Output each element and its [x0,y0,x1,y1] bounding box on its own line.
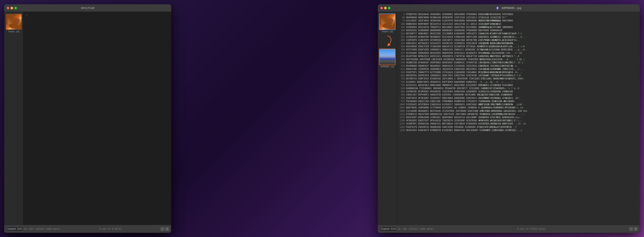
right-zoom-plus[interactable]: + [634,227,638,231]
hex-row-30[interactable]: 1080C1C16880 084GDEE1 0E47A436 2C35870D0… [398,109,638,113]
hex-row-8[interactable]: 28811DF60F0 11D635F0 5E39891D 42E24E7C 1… [398,39,638,42]
left-hex-line-number: 0 [25,14,170,18]
hex-bytes-26: 5GEF3D33 4F3A366F 26383E37 00D24DA0 D86E… [406,97,478,100]
hex-row-3[interactable]: 10800B0C0U4 0E0F0E0F 0E141F13 16131316 1… [398,23,638,26]
hex-ascii-1: .............. I 1&"" [479,16,638,19]
hex-row-1[interactable]: 36004090A0 000C0800 0C00A148 0F0E0F0E 14… [398,16,638,19]
left-close-button[interactable] [7,7,9,9]
hex-row-19[interactable]: 68400C09781 D4F8C924 18ED6E52 2D9C7822 5… [398,74,638,77]
left-zoom-plus[interactable]: + [165,227,169,231]
hex-row-25[interactable]: 90024D2C367 84F490F1 4AE83F38 D1E9391 C4… [398,93,638,96]
hex-ascii-5 [479,29,638,32]
hex-row-23[interactable]: 828848DB01DA F135880E4 1B89AD54 EE6AAF28… [398,87,638,90]
right-select-hint: (select some data) [408,227,434,230]
right-close-button[interactable] [380,7,383,9]
hex-bytes-5: 05010101 01000000 00000000 00000301 0204… [406,29,478,32]
arrow-svg [381,35,394,47]
left-window-title: Untitled [81,6,94,10]
hex-ascii-31: .P h...].....Z1U5g .J...`.Z......: [479,113,638,116]
hex-bytes-36: 981E1A43 816E4674 D70D8E7B E159C001 8D6A… [406,129,478,132]
hex-ascii-2: &18/-/8D==DVQVpp. [479,19,638,22]
hex-row-36[interactable]: 1296981E1A43 816E4674 D70D8E7B E159C001 … [398,129,638,132]
hex-offset-0: 0 [398,13,405,16]
hex-row-24[interactable]: 864C6F8876E BC989581 05E48CD5 7A319CD4 6… [398,90,638,93]
right-thumb-gopr[interactable] [379,49,396,65]
right-maximize-button[interactable] [388,7,390,9]
hex-row-17[interactable]: 61289E61F8E 12989F69 26884B53 3A5SA339 6… [398,68,638,71]
left-hex-main[interactable]: 0 [23,12,171,225]
hex-row-27[interactable]: 972F0C6D468 04D1C769 63B111BC F99E8BB4 D… [398,100,638,103]
hex-row-34[interactable]: 12242CD8F9FC ED50A136 496AF331 BEF16B1A … [398,122,638,125]
hex-bytes-7: 157D9C69 8C8E07D6 9E66BE2F 0C5244C8 C59D… [406,35,478,39]
hex-bytes-18: 592E79F1 39A8CF73 627350DD C57A1A24 216D… [406,71,478,74]
left-format-wrapper: Signed Int [6,227,22,231]
left-thumb-images[interactable] [6,14,22,30]
hex-offset-22: 792 [398,84,405,87]
hex-row-9[interactable]: 32404E41A51 AE70A353 441441F2 4929EC45 4… [398,42,638,45]
left-zoom-minus[interactable]: - [160,227,164,231]
left-maximize-button[interactable] [14,7,17,9]
hex-row-21[interactable]: 756A139893 3D8D730F4 3EE6AF41 E87F3DF0 8… [398,80,638,84]
hex-row-6[interactable]: 21680758F77 46B44BCC 8642C5EE 212388E8 A… [398,32,638,35]
hex-row-33[interactable]: 11884F9939CE E8ECF2CF 9F614618 798CDE7A … [398,119,638,122]
hex-row-12[interactable]: 432921918A5 58560460 88182E83 9D84934D 5… [398,51,638,55]
hex-bytes-29: AB679D46 1E89400D CC77A849 8232094C A0 S… [406,106,478,109]
hex-ascii-18: Y.y.9..sbs]..W.$1d....g ...H+. ; [479,71,638,74]
hex-ascii-0: .... JFIF [479,13,638,16]
right-thumb-images[interactable] [379,14,396,30]
right-endian-label: le, dec [398,227,407,230]
left-minimize-button[interactable] [10,7,13,9]
hex-row-0[interactable]: 0FFD8FFE0 00104A46 49460001 01000001 000… [398,13,638,16]
hex-offset-30: 1080 [398,109,405,113]
hex-row-16[interactable]: 576D94EB808 6868E4CF 0EA6862C 080502S4 C… [398,64,638,68]
hex-row-31[interactable]: 1116E350EE33 90C5F45D ADB4B321A 5A673155… [398,113,638,116]
right-window: GOPR8985.jpg images.jpg [378,4,640,233]
left-format-select[interactable]: Signed Int [6,227,22,231]
right-sidebar-item-images[interactable]: images.jpg [379,14,395,33]
right-format-select[interactable]: Signed Int [380,227,396,231]
hex-row-5[interactable]: 18005010101 01000000 00000000 00000301 0… [398,29,638,32]
hex-ascii-25: $.g...J.?8....K....a.#.cV [479,93,638,96]
hex-row-11[interactable]: 396E9737089 036F5209 1A0686C1 200A1C63 2… [398,48,638,51]
hex-offset-12: 432 [398,51,405,55]
hex-row-4[interactable]: 144443D3D44 56515670 7096FFC2 00110801 4… [398,26,638,29]
hex-row-22[interactable]: 792A2351551 A8CAF6A2 B9BCAA88 9B08DCFC 6… [398,84,638,87]
hex-row-7[interactable]: 252157D9C69 8C8E07D6 9E66BE2F 0C5244C8 C… [398,35,638,39]
hex-offset-3: 108 [398,23,405,26]
right-minimize-button[interactable] [384,7,387,9]
left-thumb-hands-img [6,14,22,30]
hex-row-26[interactable]: 9365GEF3D33 4F3A366F 26383E37 00D24DA0 D… [398,97,638,100]
hex-offset-24: 864 [398,90,405,93]
hex-ascii-36: ...C.nFt. .{Y . j-....[Y .D[,..] [479,129,638,132]
hex-offset-26: 936 [398,97,405,100]
hex-row-28[interactable]: 100851S554CE AF2F8E64 23681614 61358217 … [398,103,638,106]
hex-row-29[interactable]: 1044AB679D46 1E89400D CC77A849 8232094C … [398,106,638,109]
right-zoom-minus[interactable]: - [629,227,633,231]
hex-row-20[interactable]: 720DA780724 E08F3C03 E598E91E 26F13884 2… [398,77,638,80]
hex-row-13[interactable]: 46885497580 8E962531 845551E1 05B2EB74 C… [398,55,638,58]
right-sidebar-item-gopr[interactable]: GOPR8985.jpg [379,49,395,68]
hex-ascii-20: .x $...<...& 8..6i9...qr.....ENAV. [479,77,638,80]
hex-row-10[interactable]: 3600934384A E9657C99 7C4B1690 6D634723 9… [398,45,638,48]
left-sidebar-item-images[interactable]: images.jpg [6,14,22,33]
hex-row-14[interactable]: 50458578388A 44879388 C8E324F8 031D8CED … [398,58,638,61]
hex-bytes-24: C6F8876E BC989581 05E48CD5 7A319CD4 6898… [406,90,478,93]
hex-row-15[interactable]: 5409G6BECEB EF6A0CAF 458F9DD3 AD483A3C D… [398,61,638,64]
hex-row-18[interactable]: 648592E79F1 39A8CF73 627350DD C57A1A24 2… [398,71,638,74]
hex-offset-11: 396 [398,48,405,51]
hex-offset-27: 972 [398,100,405,103]
hex-ascii-24: ...n...z...j...\..!.X.... [479,90,638,93]
hex-offset-15: 540 [398,61,405,64]
left-status-bar: Signed Int le, dec (select some data) 0 … [4,225,171,233]
right-hex-content[interactable]: 0FFD8FFE0 00104A46 49460001 01000001 000… [397,12,640,225]
hex-ascii-6: .u.w....B.!#....P. uJ....dWM f.t [479,32,638,35]
hex-bytes-22: A2351551 A8CAF6A2 B9BCAA88 9B08DCFC 6B1A… [406,84,478,87]
hex-ascii-9: .Q.p.SD A.I)..B 99. .B 99.. [479,42,638,45]
hex-row-32[interactable]: 115204CE4487 AFBA269B 1CB65A2C 868FD066 … [398,116,638,119]
hex-row-35[interactable]: 1260FA2F5CF9 C6FA9F16 984DE65B 540C359D … [398,125,638,129]
left-sidebar: images.jpg [4,12,23,225]
left-bytes-info: 0 out of 0 bytes [62,227,159,230]
hex-bytes-34: 2CD8F9FC ED50A136 496AF331 BEF16B1A CGF1… [406,122,478,125]
hex-offset-2: 72 [398,19,405,22]
hex-row-2[interactable]: 726313382F 202F3844 3D3D4456 51567070 06… [398,19,638,22]
